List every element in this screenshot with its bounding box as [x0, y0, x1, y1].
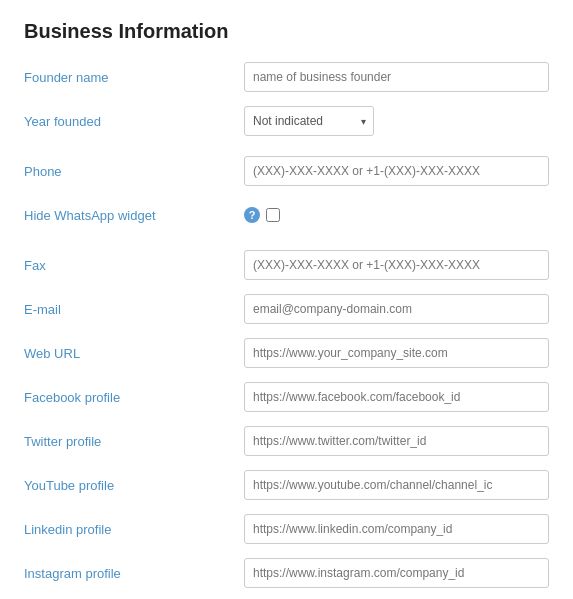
linkedin-profile-input[interactable]: [244, 514, 549, 544]
twitter-profile-input[interactable]: [244, 426, 549, 456]
year-founded-row: Year founded Not indicated 2000 2005 201…: [24, 105, 549, 137]
hide-whatsapp-controls: ?: [244, 207, 280, 223]
hide-whatsapp-label: Hide WhatsApp widget: [24, 208, 244, 223]
instagram-profile-label: Instagram profile: [24, 566, 244, 581]
year-founded-select[interactable]: Not indicated 2000 2005 2010 2015 2020: [244, 106, 374, 136]
web-url-label: Web URL: [24, 346, 244, 361]
twitter-profile-label: Twitter profile: [24, 434, 244, 449]
founder-name-row: Founder name: [24, 61, 549, 93]
phone-label: Phone: [24, 164, 244, 179]
fax-input[interactable]: [244, 250, 549, 280]
phone-input[interactable]: [244, 156, 549, 186]
youtube-profile-input[interactable]: [244, 470, 549, 500]
web-url-input[interactable]: [244, 338, 549, 368]
linkedin-profile-row: Linkedin profile: [24, 513, 549, 545]
facebook-profile-row: Facebook profile: [24, 381, 549, 413]
youtube-profile-row: YouTube profile: [24, 469, 549, 501]
web-url-row: Web URL: [24, 337, 549, 369]
email-input[interactable]: [244, 294, 549, 324]
fax-row: Fax: [24, 249, 549, 281]
phone-row: Phone: [24, 155, 549, 187]
twitter-profile-row: Twitter profile: [24, 425, 549, 457]
year-founded-label: Year founded: [24, 114, 244, 129]
youtube-profile-label: YouTube profile: [24, 478, 244, 493]
page-title: Business Information: [24, 20, 549, 43]
instagram-profile-row: Instagram profile: [24, 557, 549, 589]
founder-name-label: Founder name: [24, 70, 244, 85]
fax-label: Fax: [24, 258, 244, 273]
email-row: E-mail: [24, 293, 549, 325]
year-founded-select-wrapper: Not indicated 2000 2005 2010 2015 2020 ▾: [244, 106, 374, 136]
founder-name-input[interactable]: [244, 62, 549, 92]
help-icon[interactable]: ?: [244, 207, 260, 223]
hide-whatsapp-row: Hide WhatsApp widget ?: [24, 199, 549, 231]
hide-whatsapp-checkbox[interactable]: [266, 208, 280, 222]
facebook-profile-label: Facebook profile: [24, 390, 244, 405]
instagram-profile-input[interactable]: [244, 558, 549, 588]
linkedin-profile-label: Linkedin profile: [24, 522, 244, 537]
facebook-profile-input[interactable]: [244, 382, 549, 412]
email-label: E-mail: [24, 302, 244, 317]
